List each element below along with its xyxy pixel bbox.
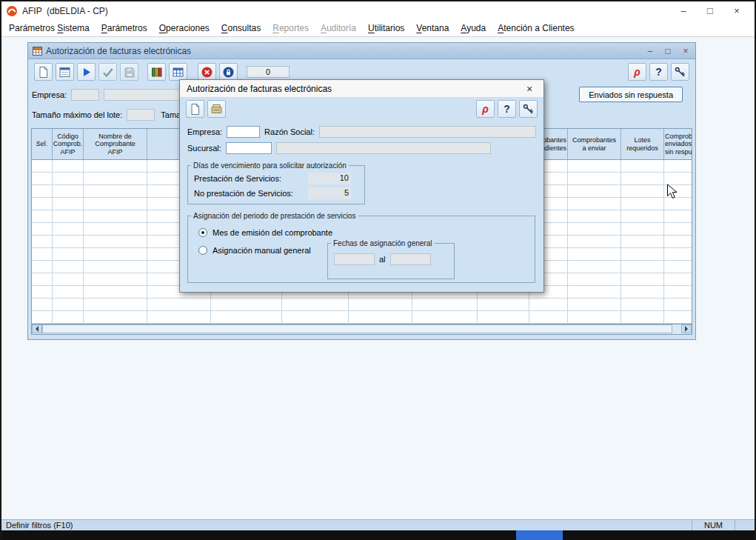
menu-item-par-metros-sistema[interactable]: Parámetros Sistema xyxy=(3,20,96,36)
grid-column-header[interactable]: Código Comprob. AFIP xyxy=(53,129,84,159)
exit-button[interactable]: ρ xyxy=(476,100,495,118)
menu-item-consultas[interactable]: Consultas xyxy=(215,20,267,36)
prestacion-input[interactable]: 10 xyxy=(308,173,351,184)
grid-cell xyxy=(529,311,568,323)
grid-cell xyxy=(621,299,664,310)
grid-cell xyxy=(84,160,147,172)
grid-cell xyxy=(53,311,84,323)
grid-cell xyxy=(568,286,621,298)
grid-cell xyxy=(84,198,147,210)
detail-button[interactable] xyxy=(56,63,74,81)
taskbar-fragment xyxy=(516,530,563,540)
prestacion-row: Prestación de Servicios: 10 xyxy=(188,173,364,184)
save-button[interactable] xyxy=(120,63,138,81)
grid-row[interactable] xyxy=(32,299,692,311)
child-close-button[interactable]: × xyxy=(680,46,691,56)
no-prestacion-row: No prestación de Servicios: 5 xyxy=(188,187,364,199)
grid-cell xyxy=(664,273,692,285)
grid-cell xyxy=(664,185,692,197)
radio-mes-label: Mes de emisión del comprobante xyxy=(213,228,332,237)
keys-button[interactable] xyxy=(519,100,538,118)
grid-column-header[interactable]: Comprobantes enviados sin respuesta xyxy=(664,129,692,159)
radio-button-checked[interactable] xyxy=(198,228,207,237)
help-button[interactable]: ? xyxy=(498,100,516,118)
app-icon xyxy=(6,5,18,17)
grid-cell xyxy=(84,261,147,273)
grid-cell xyxy=(53,248,84,260)
confirm-button[interactable] xyxy=(98,63,117,81)
horizontal-scrollbar[interactable] xyxy=(32,324,692,334)
menu-item-ayuda[interactable]: Ayuda xyxy=(455,20,492,36)
grid-cell xyxy=(53,261,84,273)
fechas-group-legend: Fechas de asignación general xyxy=(331,239,434,247)
window-title: AFIP (dbELDIA - CP) xyxy=(22,6,108,16)
authorization-dialog: Autorización de facturas electrónicas × xyxy=(179,79,544,293)
menu-item-operaciones[interactable]: Operaciones xyxy=(153,20,215,36)
grid-view-button[interactable] xyxy=(169,63,187,81)
scrollbar-track[interactable] xyxy=(42,324,681,334)
save-disk-icon xyxy=(123,66,136,79)
menu-item-utilitarios[interactable]: Utilitarios xyxy=(362,20,410,36)
minimize-button[interactable]: – xyxy=(670,2,697,20)
cardfile-button[interactable] xyxy=(207,100,226,118)
no-prestacion-input[interactable]: 5 xyxy=(308,187,351,199)
vencimiento-group: Días de vencimiento para solicitar autor… xyxy=(187,161,365,204)
run-button[interactable] xyxy=(77,63,96,81)
grid-cell xyxy=(621,185,664,197)
scroll-left-button[interactable] xyxy=(32,324,42,333)
lote-max-input[interactable] xyxy=(127,109,155,121)
window-bottom-border xyxy=(1,530,755,540)
fecha-hasta-input[interactable] xyxy=(390,253,431,265)
statusbar: Definir filtros (F10) NUM xyxy=(1,519,755,530)
batch-button[interactable] xyxy=(147,63,166,81)
child-maximize-button[interactable]: □ xyxy=(663,46,673,56)
exit-icon: ρ xyxy=(634,67,640,77)
grid-column-header[interactable]: Sel. xyxy=(32,129,53,159)
keys-button[interactable] xyxy=(671,63,689,81)
cancel-authorization-button[interactable] xyxy=(198,63,216,81)
new-button[interactable] xyxy=(34,63,53,81)
new-button[interactable] xyxy=(186,100,204,118)
grid-cell xyxy=(664,210,692,222)
menu-item-atenci-n-a-clientes[interactable]: Atención a Clientes xyxy=(492,20,580,36)
razon-social-input[interactable] xyxy=(319,126,536,138)
grid-cell xyxy=(568,173,621,184)
grid-cell xyxy=(147,311,211,323)
radio-mes-emision[interactable]: Mes de emisión del comprobante xyxy=(198,227,535,238)
close-button[interactable]: × xyxy=(723,2,750,20)
menu-item-par-metros[interactable]: Parámetros xyxy=(96,20,153,36)
sucursal-name-input[interactable] xyxy=(276,142,491,154)
grid-column-header[interactable]: Lotes requeridos xyxy=(621,129,664,159)
fecha-desde-input[interactable] xyxy=(334,253,375,265)
scrollbar-thumb[interactable] xyxy=(42,324,672,333)
menu-item-reportes[interactable]: Reportes xyxy=(267,20,315,36)
security-button[interactable] xyxy=(219,63,238,81)
mdi-area: Autorización de facturas electrónicas – … xyxy=(1,37,755,519)
grid-cell xyxy=(32,236,53,247)
grid-cell xyxy=(282,299,349,310)
grid-cell xyxy=(568,311,621,323)
scroll-right-button[interactable] xyxy=(681,324,692,333)
grid-cell xyxy=(84,223,147,235)
empresa-input[interactable] xyxy=(227,126,260,138)
radio-button-unchecked[interactable] xyxy=(198,246,207,255)
grid-row[interactable] xyxy=(32,311,692,324)
help-button[interactable]: ? xyxy=(649,63,668,81)
menu-item-auditor-a[interactable]: Auditoría xyxy=(315,20,362,36)
exit-button[interactable]: ρ xyxy=(628,63,646,81)
maximize-button[interactable]: □ xyxy=(697,2,723,20)
grid-column-header[interactable]: Nombre de Comprobante AFIP xyxy=(84,129,147,159)
grid-column-header[interactable]: Comprobantes a enviar xyxy=(568,129,621,159)
empresa-label: Empresa: xyxy=(32,90,67,99)
grid-cell xyxy=(32,173,53,184)
sucursal-input[interactable] xyxy=(226,142,272,154)
grid-cell xyxy=(621,160,664,172)
dialog-close-button[interactable]: × xyxy=(522,83,537,95)
grid-cell xyxy=(53,160,84,172)
grid-cell xyxy=(32,198,53,210)
keys-icon xyxy=(674,66,686,79)
empresa-code-input[interactable] xyxy=(71,89,99,101)
enviados-sin-respuesta-button[interactable]: Enviados sin respuesta xyxy=(579,87,683,102)
menu-item-ventana[interactable]: Ventana xyxy=(410,20,455,36)
child-minimize-button[interactable]: – xyxy=(645,46,655,56)
